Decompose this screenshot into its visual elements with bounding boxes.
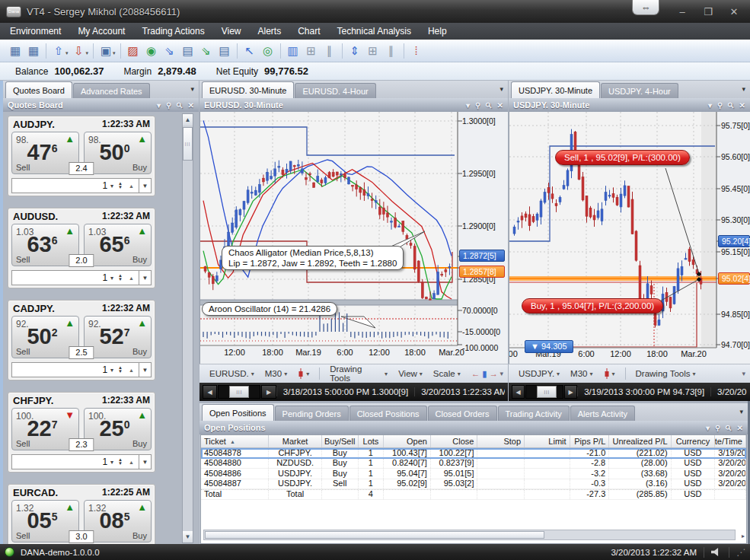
chart-pointer-icon[interactable]: ↖ bbox=[241, 43, 259, 59]
amount-control[interactable]: 1▾ ▲▼ ▲ ▼ bbox=[11, 270, 152, 285]
unpin-icon[interactable]: ⚲ bbox=[174, 100, 184, 110]
unpin-icon[interactable]: ⚲ bbox=[726, 100, 736, 110]
close-button[interactable]: ✕ bbox=[727, 6, 741, 18]
scroll-track[interactable]: ||| bbox=[218, 385, 260, 399]
tab-overflow-icon[interactable]: ▾ bbox=[742, 85, 745, 93]
amount-control[interactable]: 1▾ ▲▼ ▲ ▼ bbox=[11, 362, 152, 377]
chevron-down-icon[interactable]: ▾ bbox=[110, 275, 113, 282]
scroll-left-icon[interactable]: ◀ bbox=[512, 385, 525, 399]
chevron-down-icon[interactable]: ▾ bbox=[110, 183, 113, 189]
pin-icon[interactable]: ⚲ bbox=[166, 101, 171, 110]
scroll-right-icon[interactable]: ▶ bbox=[261, 385, 276, 399]
period-selector[interactable]: M30▾ bbox=[566, 369, 596, 378]
menu-help[interactable]: Help bbox=[420, 23, 455, 40]
unpin-icon[interactable]: ⚲ bbox=[484, 100, 493, 110]
tab-closed-positions[interactable]: Closed Positions bbox=[349, 406, 427, 421]
menu-environment[interactable]: Environment bbox=[2, 23, 69, 40]
col-stop[interactable]: Stop bbox=[477, 435, 525, 447]
indicator-chart-icon[interactable]: ▥ bbox=[284, 43, 302, 59]
drawing-tools-menu[interactable]: Drawing Tools▾ bbox=[632, 369, 700, 378]
menu-alerts[interactable]: Alerts bbox=[249, 23, 289, 40]
close-panel-icon[interactable]: ✕ bbox=[739, 101, 745, 110]
table-row[interactable]: 45084886USDJPY. Buy1 95.04[7]95.01[5] -3… bbox=[201, 469, 746, 479]
expand-bars-icon[interactable]: ←▮→ bbox=[468, 368, 502, 379]
sound-icon[interactable] bbox=[711, 548, 722, 556]
attach-2-icon[interactable]: ∥ bbox=[382, 43, 401, 59]
col-currency[interactable]: Currency bbox=[672, 435, 716, 447]
scroll-right-icon[interactable]: ▶ bbox=[564, 385, 577, 399]
scroll-thumb[interactable]: ||| bbox=[229, 386, 249, 398]
chevron-down-icon[interactable]: ▾ bbox=[110, 367, 113, 374]
save-chart-icon[interactable]: ▦ bbox=[6, 43, 24, 59]
line-study-2-icon[interactable]: ⇘ bbox=[197, 43, 215, 59]
script-2-icon[interactable]: ▤ bbox=[215, 43, 234, 59]
chart-add-icon[interactable]: ⊞ bbox=[302, 43, 321, 59]
tab-usdjpy-30-minute[interactable]: USDJPY. 30-Minute bbox=[511, 81, 600, 98]
tab-closed-orders[interactable]: Closed Orders bbox=[428, 406, 497, 421]
col-ticket[interactable]: Ticket▲ bbox=[201, 435, 269, 447]
col-close[interactable]: Close bbox=[431, 435, 478, 447]
scroll-thumb[interactable]: ||| bbox=[183, 127, 193, 161]
tab-eurusd-4-hour[interactable]: EURUSD. 4-Hour bbox=[295, 83, 375, 98]
col-market[interactable]: Market bbox=[269, 435, 322, 447]
maximize-button[interactable]: ❒ bbox=[701, 6, 715, 18]
amount-control[interactable]: 1▾ ▲▼ ▲ ▼ bbox=[11, 178, 152, 193]
symbol-selector[interactable]: USDJPY.▾ bbox=[515, 369, 563, 378]
step-up-icon[interactable]: ▲ bbox=[129, 460, 134, 465]
tab-overflow-icon[interactable]: ▾ bbox=[739, 408, 743, 415]
tick-chart-icon[interactable]: ⁞ bbox=[407, 43, 426, 59]
col-pips-pl[interactable]: Pips P/L bbox=[570, 435, 610, 447]
table-row[interactable]: 45084887USDJPY. Sell1 95.02[9]95.03[2] -… bbox=[201, 479, 746, 490]
col-unrealized-pl[interactable]: Unrealized P/L bbox=[609, 435, 671, 447]
chart-type-selector[interactable]: ▾ bbox=[294, 368, 313, 379]
amount-dropdown-button[interactable]: ▼ bbox=[139, 179, 151, 192]
table-row[interactable]: 45084878CHFJPY. Buy1 100.43[7]100.22[7] … bbox=[201, 448, 746, 459]
chart-type-selector[interactable]: ▾ bbox=[600, 368, 619, 379]
menu-trading-actions[interactable]: Trading Actions bbox=[133, 23, 212, 40]
scroll-up-icon[interactable]: ▲ bbox=[183, 114, 193, 126]
scroll-thumb[interactable]: ||| bbox=[537, 386, 557, 398]
symbol-selector[interactable]: EURUSD.▾ bbox=[206, 369, 258, 378]
menu-my-account[interactable]: My Account bbox=[69, 23, 133, 40]
pin-icon[interactable]: ⚲ bbox=[715, 424, 720, 432]
amount-spinner[interactable]: ▲▼ bbox=[118, 274, 123, 282]
scroll-right-icon[interactable]: ▸ bbox=[742, 533, 745, 539]
panel-menu-icon[interactable]: ▾ bbox=[706, 424, 710, 432]
step-up-icon[interactable]: ▲ bbox=[129, 275, 134, 281]
symbol-manager-icon[interactable]: ◉ bbox=[142, 43, 161, 59]
attach-icon[interactable]: ∥ bbox=[321, 43, 339, 59]
col-lots[interactable]: Lots bbox=[359, 435, 385, 447]
scroll-left-icon[interactable]: ◀ bbox=[203, 385, 217, 399]
tab-open-positions[interactable]: Open Positions bbox=[202, 404, 274, 421]
eurusd-chart-area[interactable]: 1.3000[0] 1.2950[0] 1.2900[0] 1.2850[0] … bbox=[199, 112, 508, 364]
dropdown-icon[interactable]: ▾ bbox=[113, 50, 116, 56]
resize-grip[interactable]: ⋰ bbox=[736, 549, 745, 556]
scroll-track[interactable]: ||| bbox=[525, 385, 563, 399]
tab-quotes-board[interactable]: Quotes Board bbox=[5, 81, 72, 98]
amount-dropdown-button[interactable]: ▼ bbox=[139, 271, 151, 285]
col-limit[interactable]: Limit bbox=[525, 435, 570, 447]
chart-canvas[interactable] bbox=[200, 112, 508, 364]
dropdown-icon[interactable]: ▾ bbox=[86, 50, 89, 56]
view-menu[interactable]: View▾ bbox=[394, 369, 426, 378]
quotes-scrollbar[interactable]: ▲ ||| ▼ bbox=[182, 113, 193, 543]
line-study-icon[interactable]: ⇘ bbox=[161, 43, 179, 59]
save-desktop-icon[interactable]: ▦ bbox=[24, 43, 43, 59]
chart-scale-icon[interactable]: ⇕ bbox=[346, 43, 364, 59]
chevron-down-icon[interactable]: ▾ bbox=[110, 459, 113, 466]
alert-manager-icon[interactable]: ◎ bbox=[259, 43, 277, 59]
dropdown-icon[interactable]: ▾ bbox=[65, 50, 69, 56]
amount-spinner[interactable]: ▲▼ bbox=[118, 366, 123, 374]
toolbar-overflow-icon[interactable]: ▾ bbox=[499, 370, 503, 377]
pin-icon[interactable]: ⚲ bbox=[475, 101, 480, 110]
scroll-down-icon[interactable]: ▼ bbox=[183, 531, 193, 542]
tab-trading-activity[interactable]: Trading Activity bbox=[498, 406, 570, 421]
table-row[interactable]: 45084880NZDUSD. Buy1 0.8240[7]0.8237[9] … bbox=[201, 459, 746, 469]
chart-add-2-icon[interactable]: ⊞ bbox=[364, 43, 382, 59]
script-icon[interactable]: ▤ bbox=[179, 43, 197, 59]
close-panel-icon[interactable]: ✕ bbox=[737, 424, 743, 432]
close-panel-icon[interactable]: ✕ bbox=[188, 101, 194, 110]
col-open[interactable]: Open bbox=[384, 435, 431, 447]
scroll-thumb[interactable] bbox=[205, 531, 544, 539]
tab-overflow-icon[interactable]: ▾ bbox=[190, 85, 194, 93]
